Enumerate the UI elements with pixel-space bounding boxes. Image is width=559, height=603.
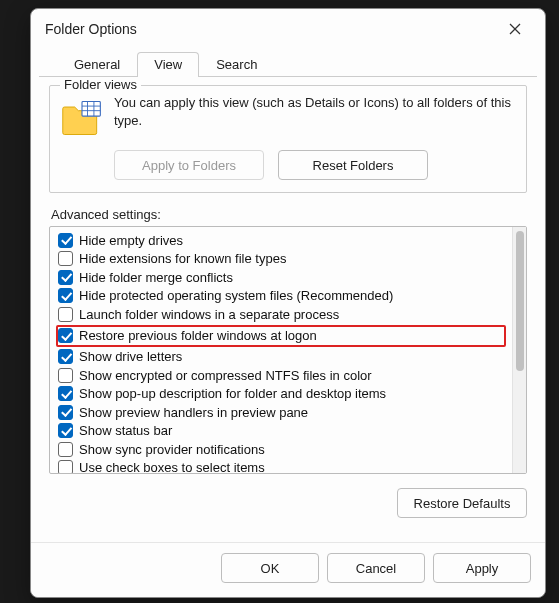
dialog-title: Folder Options xyxy=(45,21,137,37)
checkbox[interactable] xyxy=(58,251,73,266)
list-item-label: Show status bar xyxy=(79,423,172,438)
list-item[interactable]: Hide extensions for known file types xyxy=(56,250,512,269)
folder-views-group: Folder views You can apply this view (su… xyxy=(49,85,527,193)
close-button[interactable] xyxy=(495,14,535,44)
list-item-label: Hide protected operating system files (R… xyxy=(79,288,393,303)
ok-button[interactable]: OK xyxy=(221,553,319,583)
tab-search[interactable]: Search xyxy=(199,52,274,77)
checkbox[interactable] xyxy=(58,405,73,420)
checkbox[interactable] xyxy=(58,288,73,303)
folder-options-dialog: Folder Options General View Search Folde… xyxy=(30,8,546,598)
list-item[interactable]: Show pop-up description for folder and d… xyxy=(56,385,512,404)
list-item-label: Show encrypted or compressed NTFS files … xyxy=(79,368,372,383)
list-item-label: Hide folder merge conflicts xyxy=(79,270,233,285)
list-item-label: Hide empty drives xyxy=(79,233,183,248)
list-item[interactable]: Restore previous folder windows at logon xyxy=(56,325,506,347)
folder-views-text: You can apply this view (such as Details… xyxy=(114,94,516,129)
list-item[interactable]: Show encrypted or compressed NTFS files … xyxy=(56,366,512,385)
tab-strip: General View Search xyxy=(39,47,537,77)
scrollbar[interactable] xyxy=(512,227,526,473)
apply-to-folders-button[interactable]: Apply to Folders xyxy=(114,150,264,180)
dialog-footer: OK Cancel Apply xyxy=(31,542,545,597)
tab-view[interactable]: View xyxy=(137,52,199,77)
cancel-button[interactable]: Cancel xyxy=(327,553,425,583)
checkbox[interactable] xyxy=(58,460,73,473)
list-item[interactable]: Show preview handlers in preview pane xyxy=(56,403,512,422)
list-item-label: Hide extensions for known file types xyxy=(79,251,286,266)
titlebar: Folder Options xyxy=(31,9,545,47)
list-item-label: Show pop-up description for folder and d… xyxy=(79,386,386,401)
tab-general[interactable]: General xyxy=(57,52,137,77)
checkbox[interactable] xyxy=(58,233,73,248)
list-item-label: Restore previous folder windows at logon xyxy=(79,328,317,343)
checkbox[interactable] xyxy=(58,368,73,383)
list-item-label: Show sync provider notifications xyxy=(79,442,265,457)
tab-content: Folder views You can apply this view (su… xyxy=(31,77,545,528)
list-viewport: Hide empty drivesHide extensions for kno… xyxy=(50,227,512,473)
list-item-label: Use check boxes to select items xyxy=(79,460,265,473)
list-item[interactable]: Hide folder merge conflicts xyxy=(56,268,512,287)
list-item[interactable]: Hide protected operating system files (R… xyxy=(56,287,512,306)
folder-views-legend: Folder views xyxy=(60,77,141,92)
list-item[interactable]: Show status bar xyxy=(56,422,512,441)
scrollbar-thumb[interactable] xyxy=(516,231,524,371)
svg-rect-2 xyxy=(82,102,100,117)
list-item[interactable]: Show sync provider notifications xyxy=(56,440,512,459)
restore-defaults-button[interactable]: Restore Defaults xyxy=(397,488,527,518)
list-item[interactable]: Hide empty drives xyxy=(56,231,512,250)
checkbox[interactable] xyxy=(58,328,73,343)
checkbox[interactable] xyxy=(58,423,73,438)
list-item-label: Launch folder windows in a separate proc… xyxy=(79,307,339,322)
checkbox[interactable] xyxy=(58,442,73,457)
list-item[interactable]: Use check boxes to select items xyxy=(56,459,512,474)
list-item[interactable]: Show drive letters xyxy=(56,348,512,367)
close-icon xyxy=(509,23,521,35)
checkbox[interactable] xyxy=(58,307,73,322)
checkbox[interactable] xyxy=(58,386,73,401)
checkbox[interactable] xyxy=(58,349,73,364)
advanced-settings-label: Advanced settings: xyxy=(51,207,527,222)
folder-icon xyxy=(60,96,104,140)
reset-folders-button[interactable]: Reset Folders xyxy=(278,150,428,180)
advanced-settings-list: Hide empty drivesHide extensions for kno… xyxy=(49,226,527,474)
apply-button[interactable]: Apply xyxy=(433,553,531,583)
list-item-label: Show preview handlers in preview pane xyxy=(79,405,308,420)
list-item-label: Show drive letters xyxy=(79,349,182,364)
checkbox[interactable] xyxy=(58,270,73,285)
list-item[interactable]: Launch folder windows in a separate proc… xyxy=(56,305,512,324)
